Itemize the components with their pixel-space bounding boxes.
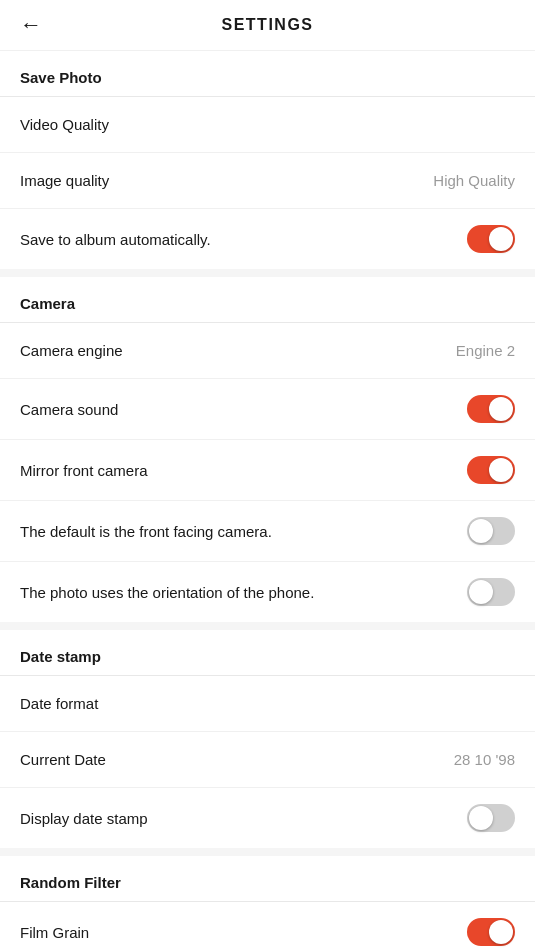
row-label-default-front-facing: The default is the front facing camera.	[20, 523, 272, 540]
toggle-knob-camera-sound	[489, 397, 513, 421]
toggle-knob-save-to-album	[489, 227, 513, 251]
settings-row-camera-engine: Camera engineEngine 2	[0, 323, 535, 379]
section-divider	[0, 622, 535, 630]
section-camera: CameraCamera engineEngine 2Camera soundM…	[0, 277, 535, 622]
row-label-date-format: Date format	[20, 695, 98, 712]
header: ← SETTINGS	[0, 0, 535, 51]
section-random-filter: Random FilterFilm GrainRandom Light Leak…	[0, 856, 535, 951]
toggle-save-to-album[interactable]	[467, 225, 515, 253]
row-value-current-date: 28 10 '98	[454, 751, 515, 768]
settings-row-date-format: Date format	[0, 676, 535, 732]
page-title: SETTINGS	[221, 16, 313, 34]
toggle-knob-default-front-facing	[469, 519, 493, 543]
toggle-photo-orientation[interactable]	[467, 578, 515, 606]
toggle-mirror-front-camera[interactable]	[467, 456, 515, 484]
toggle-knob-photo-orientation	[469, 580, 493, 604]
section-title-camera: Camera	[0, 277, 535, 322]
row-label-display-date-stamp: Display date stamp	[20, 810, 148, 827]
row-label-image-quality: Image quality	[20, 172, 109, 189]
row-label-save-to-album: Save to album automatically.	[20, 231, 211, 248]
section-divider	[0, 848, 535, 856]
settings-row-current-date: Current Date28 10 '98	[0, 732, 535, 788]
toggle-film-grain[interactable]	[467, 918, 515, 946]
toggle-default-front-facing[interactable]	[467, 517, 515, 545]
row-value-camera-engine: Engine 2	[456, 342, 515, 359]
toggle-knob-mirror-front-camera	[489, 458, 513, 482]
settings-row-display-date-stamp[interactable]: Display date stamp	[0, 788, 535, 848]
row-label-current-date: Current Date	[20, 751, 106, 768]
toggle-camera-sound[interactable]	[467, 395, 515, 423]
section-divider	[0, 269, 535, 277]
settings-row-video-quality: Video Quality	[0, 97, 535, 153]
settings-row-camera-sound[interactable]: Camera sound	[0, 379, 535, 440]
section-title-date-stamp: Date stamp	[0, 630, 535, 675]
settings-row-film-grain[interactable]: Film Grain	[0, 902, 535, 951]
row-value-image-quality: High Quality	[433, 172, 515, 189]
section-save-photo: Save PhotoVideo QualityImage qualityHigh…	[0, 51, 535, 269]
row-label-mirror-front-camera: Mirror front camera	[20, 462, 148, 479]
section-date-stamp: Date stampDate formatCurrent Date28 10 '…	[0, 630, 535, 848]
settings-row-default-front-facing[interactable]: The default is the front facing camera.	[0, 501, 535, 562]
toggle-display-date-stamp[interactable]	[467, 804, 515, 832]
settings-row-mirror-front-camera[interactable]: Mirror front camera	[0, 440, 535, 501]
section-title-save-photo: Save Photo	[0, 51, 535, 96]
settings-row-photo-orientation[interactable]: The photo uses the orientation of the ph…	[0, 562, 535, 622]
back-button[interactable]: ←	[20, 12, 42, 38]
toggle-knob-display-date-stamp	[469, 806, 493, 830]
row-label-camera-sound: Camera sound	[20, 401, 118, 418]
row-label-photo-orientation: The photo uses the orientation of the ph…	[20, 584, 314, 601]
section-title-random-filter: Random Filter	[0, 856, 535, 901]
toggle-knob-film-grain	[489, 920, 513, 944]
row-label-video-quality: Video Quality	[20, 116, 109, 133]
settings-row-image-quality: Image qualityHigh Quality	[0, 153, 535, 209]
settings-row-save-to-album[interactable]: Save to album automatically.	[0, 209, 535, 269]
row-label-film-grain: Film Grain	[20, 924, 89, 941]
row-label-camera-engine: Camera engine	[20, 342, 123, 359]
